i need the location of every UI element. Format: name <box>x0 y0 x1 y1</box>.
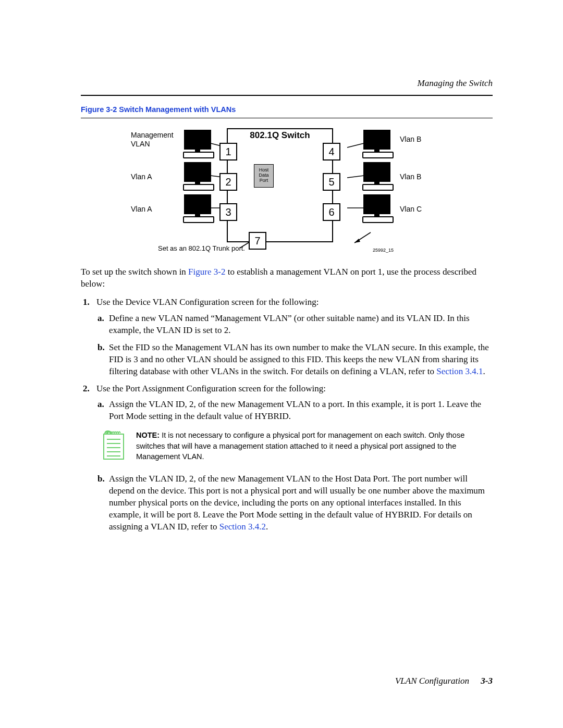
step-2-sublist: Assign the VLAN ID, 2, of the new Manage… <box>96 399 493 423</box>
footer-page: 3-3 <box>481 676 493 686</box>
pc-vlan-b-1 <box>362 130 391 156</box>
port-5: 5 <box>323 173 340 191</box>
footer: VLAN Configuration 3-3 <box>395 676 493 686</box>
svg-rect-9 <box>104 434 124 459</box>
step-2b-text-b: . <box>266 522 268 532</box>
label-mgmt-2: VLAN <box>131 140 150 148</box>
label-vlan-b-1: Vlan B <box>400 135 421 143</box>
port-3: 3 <box>219 203 237 221</box>
pc-vlan-a-1 <box>183 162 212 188</box>
rule-figure <box>81 118 493 118</box>
footer-section: VLAN Configuration <box>395 676 469 686</box>
label-vlan-a-1: Vlan A <box>131 172 152 181</box>
link-figure-3-2[interactable]: Figure 3-2 <box>188 267 225 277</box>
figure-caption: Figure 3-2 Switch Management with VLANs <box>81 105 493 114</box>
step-1a: Define a new VLAN named “Management VLAN… <box>109 313 493 337</box>
pc-vlan-c <box>362 194 391 220</box>
intro-text-a: To set up the switch shown in <box>81 267 188 277</box>
label-trunk: Set as an 802.1Q Trunk port. <box>158 244 245 252</box>
step-1: Use the Device VLAN Configuration screen… <box>96 297 493 378</box>
note-label: NOTE: <box>136 431 160 439</box>
host-data-port: HostDataPort <box>254 164 274 188</box>
note-icon <box>103 430 127 464</box>
port-2: 2 <box>219 173 237 191</box>
label-docnum: 25992_15 <box>373 248 394 253</box>
step-1b-text-a: Set the FID so the Management VLAN has i… <box>109 342 489 376</box>
label-vlan-c: Vlan C <box>400 205 422 213</box>
link-section-342[interactable]: Section 3.4.2 <box>219 522 266 532</box>
rule-top <box>81 95 493 96</box>
label-vlan-b-2: Vlan B <box>400 172 421 181</box>
switch-title: 802.1Q Switch <box>228 130 332 141</box>
port-6: 6 <box>323 203 340 221</box>
link-section-341[interactable]: Section 3.4.1 <box>436 366 483 376</box>
port-1: 1 <box>219 143 237 161</box>
page: Managing the Switch Figure 3-2 Switch Ma… <box>0 0 563 728</box>
running-head: Managing the Switch <box>81 78 493 89</box>
step-1b: Set the FID so the Management VLAN has i… <box>109 342 493 378</box>
note-block: NOTE: It is not necessary to configure a… <box>103 430 493 464</box>
switch-box: 802.1Q Switch 1 2 3 4 5 6 7 HostDataPort <box>227 128 333 242</box>
ordered-list-main: Use the Device VLAN Configuration screen… <box>81 297 493 533</box>
step-1a-text: Define a new VLAN named “Management VLAN… <box>109 313 470 335</box>
svg-line-7 <box>354 232 371 243</box>
step-2a-text: Assign the VLAN ID, 2, of the new Manage… <box>109 399 481 421</box>
step-1b-text-b: . <box>483 366 485 376</box>
step-2b: Assign the VLAN ID, 2, of the new Manage… <box>109 473 493 533</box>
step-2: Use the Port Assignment Configuration sc… <box>96 383 493 533</box>
label-vlan-a-2: Vlan A <box>131 205 152 213</box>
pc-vlan-a-2 <box>183 194 212 220</box>
svg-line-3 <box>347 143 364 147</box>
step-2a: Assign the VLAN ID, 2, of the new Manage… <box>109 399 493 423</box>
figure-diagram: 802.1Q Switch 1 2 3 4 5 6 7 HostDataPort <box>81 126 493 261</box>
port-7: 7 <box>249 232 266 250</box>
step-2-text: Use the Port Assignment Configuration sc… <box>96 384 326 393</box>
svg-marker-8 <box>354 239 360 243</box>
svg-line-4 <box>347 176 364 178</box>
label-mgmt-1: Management <box>131 131 174 139</box>
note-body: It is not necessary to configure a physi… <box>136 431 464 461</box>
note-text: NOTE: It is not necessary to configure a… <box>136 430 493 462</box>
port-4: 4 <box>323 143 340 161</box>
step-2b-text-a: Assign the VLAN ID, 2, of the new Manage… <box>109 474 485 532</box>
step-2-sublist-cont: Assign the VLAN ID, 2, of the new Manage… <box>96 473 493 533</box>
pc-vlan-b-2 <box>362 162 391 188</box>
pc-mgmt <box>183 130 212 156</box>
step-1-sublist: Define a new VLAN named “Management VLAN… <box>96 313 493 378</box>
intro-paragraph: To set up the switch shown in Figure 3-2… <box>81 266 493 290</box>
step-1-text: Use the Device VLAN Configuration screen… <box>96 297 319 307</box>
